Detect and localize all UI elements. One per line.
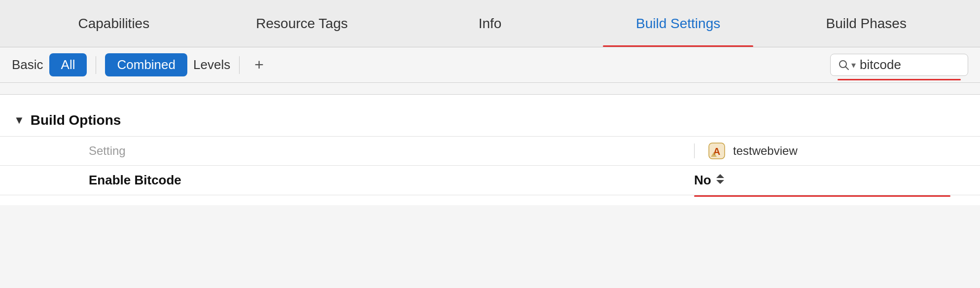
add-button[interactable]: +	[248, 56, 270, 74]
section-title: Build Options	[31, 112, 121, 128]
search-icon: ▾	[839, 60, 856, 71]
levels-label: Levels	[193, 57, 230, 72]
col-setting-label: Setting	[89, 144, 694, 158]
enable-bitcode-value[interactable]: No	[694, 173, 950, 188]
tab-bar: Capabilities Resource Tags Info Build Se…	[0, 0, 980, 47]
tab-info[interactable]: Info	[396, 0, 584, 47]
enable-bitcode-label: Enable Bitcode	[89, 173, 694, 188]
toolbar: Basic All Combined Levels + ▾ bitcode	[0, 47, 980, 83]
col-divider	[694, 144, 695, 158]
tab-resource-tags[interactable]: Resource Tags	[208, 0, 396, 47]
table-row: Enable Bitcode No	[0, 166, 980, 195]
project-icon: A	[707, 142, 726, 160]
tab-build-settings[interactable]: Build Settings	[584, 0, 772, 47]
stepper-icon[interactable]	[715, 173, 725, 187]
table-header: Setting A testwebview	[0, 136, 980, 166]
search-chevron-icon: ▾	[851, 60, 856, 71]
main-container: Capabilities Resource Tags Info Build Se…	[0, 0, 980, 205]
project-name: testwebview	[733, 144, 798, 158]
basic-label: Basic	[12, 57, 43, 72]
search-box[interactable]: ▾ bitcode	[830, 54, 968, 76]
tab-capabilities[interactable]: Capabilities	[20, 0, 208, 47]
section-header: ▼ Build Options	[0, 105, 980, 136]
tab-build-phases[interactable]: Build Phases	[772, 0, 960, 47]
toolbar-divider-2	[239, 56, 240, 74]
col-value-header: A testwebview	[694, 142, 950, 160]
separator-row	[0, 83, 980, 95]
combined-button[interactable]: Combined	[105, 53, 187, 76]
svg-line-1	[846, 67, 849, 70]
toolbar-divider-1	[96, 56, 96, 74]
svg-marker-5	[716, 174, 724, 178]
all-button[interactable]: All	[49, 53, 87, 76]
bitcode-value-text: No	[694, 173, 711, 188]
section-triangle-icon: ▼	[14, 114, 25, 127]
svg-marker-6	[716, 180, 724, 184]
search-value: bitcode	[860, 57, 901, 72]
content-area: ▼ Build Options Setting A testwebview	[0, 95, 980, 205]
